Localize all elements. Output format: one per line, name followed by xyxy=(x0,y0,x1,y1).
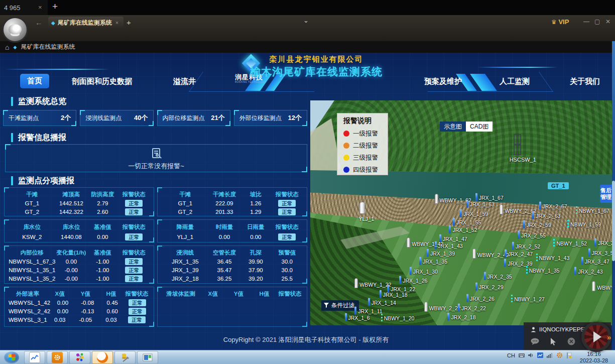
view-button-0[interactable]: 示意图 xyxy=(440,122,466,132)
nav-item-1[interactable]: 剖面图和历史数据 xyxy=(72,77,132,86)
map-marker-JRX_1_26[interactable]: JRX_1_26 xyxy=(399,276,427,284)
close-button[interactable]: ✕ xyxy=(605,18,610,25)
minimize-button[interactable]: — xyxy=(583,18,589,25)
map-marker-WBWY_3[interactable]: WBWY_3 xyxy=(592,281,612,291)
tabs-chevron-icon[interactable]: ⌄ xyxy=(303,17,309,24)
scrollbar-thumb[interactable] xyxy=(612,181,615,261)
map-marker-JRX_2_43[interactable]: JRX_2_43 xyxy=(574,267,602,275)
map-marker-JRX_1_35[interactable]: JRX_1_35 xyxy=(419,257,447,265)
map-marker-JRX_2_59[interactable]: JRX_2_59 xyxy=(523,220,551,228)
nav-item-2[interactable]: 溢流井 xyxy=(173,77,196,86)
keyboard-icon[interactable] xyxy=(519,352,525,358)
map-marker-WBWY_1_62[interactable]: WBWY_1_62 xyxy=(435,194,471,204)
nav-item-3[interactable]: 预案及维护 xyxy=(424,77,462,86)
volume-icon[interactable] xyxy=(528,352,534,358)
map-marker-JRX_1_52[interactable]: JRX_1_52 xyxy=(449,225,477,233)
marker-post-icon xyxy=(576,206,577,214)
cell: -0.00 xyxy=(56,267,87,273)
map-marker-NBWY_1_67[interactable]: NBWY_1_67 xyxy=(576,206,609,214)
tab-close-icon[interactable]: × xyxy=(115,20,118,26)
start-button[interactable] xyxy=(4,351,19,363)
map-marker-JRX_1_59[interactable]: JRX_1_59 xyxy=(460,209,488,217)
close-session-icon[interactable] xyxy=(567,337,575,345)
map-marker-WBWY_2_62[interactable]: WBWY_2_62 xyxy=(500,204,536,214)
taskbar-app-molecule[interactable] xyxy=(69,351,90,364)
map-marker-JRX_2_55[interactable]: JRX_2_55 xyxy=(518,231,546,239)
aftersale-tab[interactable]: 售后管理 xyxy=(600,185,612,203)
stat-box-1[interactable]: 浸润线监测点40个 xyxy=(80,110,153,126)
map-marker-NBWY_1_43[interactable]: NBWY_1_43 xyxy=(536,254,570,262)
taskbar-app-tools[interactable] xyxy=(114,351,136,364)
map-marker-JRX_2_63[interactable]: JRX_2_63 xyxy=(532,211,560,219)
bookmark-item[interactable]: 尾矿库在线监测系统 xyxy=(21,43,75,51)
map-marker-WBWY_1_42[interactable]: WBWY_1_42 xyxy=(407,237,443,248)
map-marker-JRX_1_39[interactable]: JRX_1_39 xyxy=(427,249,455,257)
map-marker-gt1[interactable]: GT_1 xyxy=(548,182,569,189)
vip-badge[interactable]: ♛ VIP xyxy=(551,18,569,26)
cursor-icon[interactable] xyxy=(550,338,556,345)
map-marker-WBWY_2_42[interactable]: WBWY_2_42 xyxy=(472,249,509,259)
nav-item-5[interactable]: 关于我们 xyxy=(570,77,600,86)
map-marker-NBWY_1_52[interactable]: NBWY_1_52 xyxy=(553,239,587,247)
signal-icon[interactable] xyxy=(547,352,553,358)
table-row: NBWYSL_1_35_1-0.00-1.00正常 xyxy=(9,266,150,274)
taskbar-app-monitor[interactable] xyxy=(137,351,158,364)
map-marker-JRX_3_52[interactable]: JRX_3_52 xyxy=(588,249,612,257)
taskbar-clock[interactable]: 16:16 2022-03-28 xyxy=(575,351,613,364)
nav-item-0[interactable]: 首页 xyxy=(20,74,49,88)
map-marker-JRX_2_18[interactable]: JRX_2_18 xyxy=(447,313,475,321)
new-tab-button[interactable]: + xyxy=(127,18,131,27)
map-marker-JRX_1_55[interactable]: JRX_1_55 xyxy=(453,218,481,226)
view-button-1[interactable]: CAD图 xyxy=(466,122,493,132)
nav-item-4[interactable]: 人工监测 xyxy=(500,77,530,86)
browser-back-arrow-icon[interactable]: ← xyxy=(35,18,43,27)
taskbar-app-settings[interactable] xyxy=(47,351,68,364)
map-marker-JRX_2_67[interactable]: JRX_2_67 xyxy=(539,202,567,210)
map-marker-NBWY_1_35[interactable]: NBWY_1_35 xyxy=(526,266,560,274)
map-marker-WBWY_1_22[interactable]: WBWY_1_22 xyxy=(354,278,391,288)
tray-expand-icon[interactable]: » xyxy=(607,333,611,341)
map-marker-WBWY_2_22[interactable]: WBWY_2_22 xyxy=(424,302,461,312)
home-icon[interactable]: ⌂ xyxy=(5,43,9,51)
taskbar-app-browser[interactable] xyxy=(92,351,113,364)
map-marker-JRX_1_14[interactable]: JRX_1_14 xyxy=(368,298,396,306)
map-marker-JRX_2_29[interactable]: JRX_2_29 xyxy=(475,283,504,291)
remote-tab-close-icon[interactable]: × xyxy=(38,4,42,11)
remote-new-tab-icon[interactable]: + xyxy=(52,1,58,12)
map-marker-JRX_3_47[interactable]: JRX_3_47 xyxy=(581,257,609,265)
browser-tab[interactable]: ◆ 尾矿库在线监测系统 × xyxy=(48,17,124,29)
map-marker-JRX_2_22[interactable]: JRX_2_22 xyxy=(458,304,486,312)
stat-box-0[interactable]: 干滩监测点2个 xyxy=(3,110,76,126)
marker-post-icon xyxy=(511,295,513,303)
map-marker-JRX_1_18[interactable]: JRX_1_18 xyxy=(380,290,408,298)
map-view[interactable]: 报警说明 一级报警二级报警三级报警四级报警 示意图CAD图 HSCSW_1 GT… xyxy=(310,100,612,325)
restore-button[interactable]: ▢ xyxy=(594,18,600,25)
tray-gear-icon[interactable] xyxy=(556,352,563,358)
stocks-icon[interactable] xyxy=(537,352,543,358)
map-marker-JRX_1_63[interactable]: JRX_1_63 xyxy=(466,200,495,208)
filter-button[interactable]: 条件过滤 xyxy=(321,300,359,311)
stat-box-3[interactable]: 外部位移监测点12个 xyxy=(234,110,307,126)
stat-box-2[interactable]: 内部位移监测点21个 xyxy=(157,110,230,126)
map-marker-JRX_2_26[interactable]: JRX_2_26 xyxy=(466,294,495,302)
system-tray: CH ! xyxy=(507,352,573,358)
map-marker-JRX_2_35[interactable]: JRX_2_35 xyxy=(484,272,512,280)
map-marker-JRX_3_5[interactable]: JRX_3_5 xyxy=(594,238,612,247)
marker-post-icon xyxy=(523,220,525,228)
map-marker-JRX_1_6[interactable]: JRX_1_6 xyxy=(345,313,370,321)
map-marker-JRX_1_30[interactable]: JRX_1_30 xyxy=(410,267,438,275)
map-marker-NBWY_1_20[interactable]: NBWY_1_20 xyxy=(381,314,415,322)
action-center-flag-icon[interactable]: ! xyxy=(566,352,573,358)
cell: 36.45 xyxy=(209,259,240,265)
map-marker-JRX_2_47[interactable]: JRX_2_47 xyxy=(505,250,533,258)
map-marker-NBWY_1_59[interactable]: NBWY_1_59 xyxy=(567,220,601,228)
map-marker-ylj1[interactable]: YLJ_1 xyxy=(358,202,374,222)
taskbar-app-chart[interactable] xyxy=(24,351,45,364)
cell: 正常 xyxy=(272,208,303,215)
map-marker-JRX_2_52[interactable]: JRX_2_52 xyxy=(512,242,540,250)
chat-icon[interactable] xyxy=(531,338,539,345)
browser-logo-icon[interactable] xyxy=(2,17,28,43)
map-structure-hscsw[interactable]: HSCSW_1 xyxy=(510,134,536,163)
map-marker-NBWY_1_27[interactable]: NBWY_1_27 xyxy=(511,295,545,303)
input-language[interactable]: CH xyxy=(507,352,515,358)
